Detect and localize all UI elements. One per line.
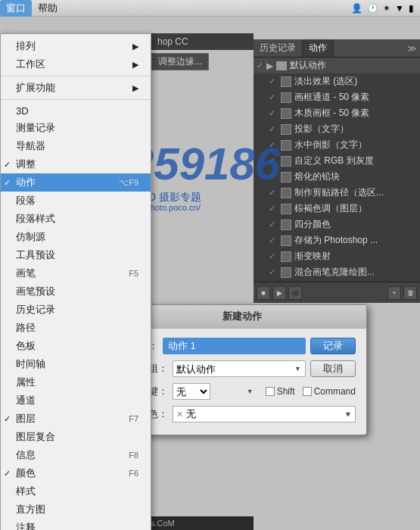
menu-properties[interactable]: 属性	[1, 373, 151, 391]
tab-actions[interactable]: 动作	[303, 39, 334, 57]
color-value-display: 无	[186, 407, 196, 421]
tab-history[interactable]: 历史记录	[254, 39, 303, 57]
name-input[interactable]	[163, 338, 306, 354]
new-action-dialog: 新建动作 名称： 记录 组： 默认动作 取消	[117, 304, 367, 435]
separator-1	[1, 76, 151, 76]
delete-action-button[interactable]: 🗑	[403, 286, 417, 300]
group-select-wrapper: 默认动作	[173, 360, 306, 377]
color-select-wrapper: ✕ 无 ▼	[173, 406, 356, 422]
record-button[interactable]: 记录	[310, 338, 356, 354]
action-item-11[interactable]: ✓ 渐变映射	[254, 248, 420, 264]
person-icon: 👤	[351, 3, 362, 14]
action-icon-4	[281, 140, 291, 151]
action-item-0[interactable]: ✓ 淡出效果 (选区)	[254, 73, 420, 89]
menu-layer-comps[interactable]: 图层复合	[1, 428, 151, 446]
color-x-icon: ✕	[176, 410, 183, 419]
menu-tool-presets[interactable]: 工具预设	[1, 246, 151, 264]
menu-actions[interactable]: 动作 ⌥F9	[1, 173, 151, 192]
checkmark-icon: ✓	[257, 61, 263, 70]
action-icon-7	[281, 188, 291, 198]
menu-arrange[interactable]: 排列 ▶	[1, 37, 151, 55]
action-label-2: 木质画框 - 50 像素	[294, 107, 369, 120]
shift-checkbox[interactable]	[266, 387, 275, 396]
cancel-button[interactable]: 取消	[310, 360, 356, 377]
shift-label: Shift	[277, 386, 295, 397]
name-row: 名称： 记录	[129, 338, 356, 354]
actions-group-header[interactable]: ✓ ▶ 默认动作	[254, 58, 420, 73]
action-item-8[interactable]: ✓ 棕褐色调（图层）	[254, 201, 420, 217]
menu-paths[interactable]: 路径	[1, 319, 151, 337]
group-select[interactable]: 默认动作	[173, 360, 306, 377]
app-window: hop CC 调整边缘... 排列 ▶ 工作区 ▶ 扩展功能 ▶ 3D 测量记录…	[0, 17, 420, 530]
group-folder-icon: ▶	[266, 61, 273, 71]
menu-workspace[interactable]: 工作区 ▶	[1, 55, 151, 73]
menu-info[interactable]: 信息 F8	[1, 446, 151, 464]
panel-menu-icon[interactable]: ≫	[407, 43, 417, 54]
separator-2	[1, 99, 151, 100]
menu-swatches[interactable]: 色板	[1, 337, 151, 355]
menu-clone-source[interactable]: 仿制源	[1, 228, 151, 246]
stop-button[interactable]: ■	[257, 286, 270, 300]
action-label-8: 棕褐色调（图层）	[294, 202, 367, 215]
menu-adjustments[interactable]: 调整	[1, 155, 151, 173]
menu-brush-presets[interactable]: 画笔预设	[1, 282, 151, 301]
menu-history[interactable]: 历史记录	[1, 301, 151, 319]
function-key-select[interactable]: 无	[173, 383, 210, 400]
panel-toolbar: ■ ▶ ⚫ + 🗑	[254, 282, 420, 303]
menu-extensions[interactable]: 扩展功能 ▶	[1, 79, 151, 97]
system-menu-help[interactable]: 帮助	[32, 0, 64, 17]
menu-paragraph[interactable]: 段落	[1, 192, 151, 210]
dialog-body: 名称： 记录 组： 默认动作 取消 功能键：	[118, 329, 366, 435]
menu-notes[interactable]: 注释	[1, 519, 151, 530]
action-icon-11	[281, 251, 291, 262]
shift-checkbox-group: Shift	[266, 386, 295, 397]
action-icon-9	[281, 220, 291, 230]
menu-styles[interactable]: 样式	[1, 482, 151, 500]
menu-3d[interactable]: 3D	[1, 102, 151, 119]
command-checkbox[interactable]	[303, 387, 312, 396]
menu-paragraph-styles[interactable]: 段落样式	[1, 210, 151, 228]
check-12: ✓	[269, 267, 278, 277]
action-label-12: 混合画笔克隆绘图...	[294, 266, 375, 279]
record-button[interactable]: ⚫	[288, 286, 302, 300]
system-menu-window[interactable]: 窗口	[0, 0, 32, 17]
window-dropdown-menu: 排列 ▶ 工作区 ▶ 扩展功能 ▶ 3D 测量记录 导航器 调整 动作 ⌥F9	[0, 33, 151, 530]
adjust-edge-button[interactable]: 调整边缘...	[151, 53, 209, 70]
menu-navigator[interactable]: 导航器	[1, 137, 151, 155]
menu-layers[interactable]: 图层 F7	[1, 410, 151, 428]
check-3: ✓	[269, 124, 278, 134]
color-row: 颜色： ✕ 无 ▼	[129, 406, 356, 422]
action-item-10[interactable]: ✓ 存储为 Photoshop ...	[254, 232, 420, 248]
action-item-2[interactable]: ✓ 木质画框 - 50 像素	[254, 105, 420, 121]
new-action-button[interactable]: +	[387, 286, 401, 300]
action-label-10: 存储为 Photoshop ...	[294, 234, 378, 247]
menu-measure[interactable]: 测量记录	[1, 119, 151, 137]
group-name: 默认动作	[290, 59, 326, 72]
action-icon-5	[281, 156, 291, 167]
panel-tabs: 历史记录 动作 ≫	[254, 39, 420, 58]
check-2: ✓	[269, 108, 278, 118]
menu-histogram[interactable]: 直方图	[1, 500, 151, 519]
action-label-9: 四分颜色	[294, 218, 331, 231]
check-11: ✓	[269, 251, 278, 261]
action-item-12[interactable]: ✓ 混合画笔克隆绘图...	[254, 264, 420, 280]
action-label-0: 淡出效果 (选区)	[294, 75, 357, 88]
play-button[interactable]: ▶	[272, 286, 286, 300]
action-item-3[interactable]: ✓ 投影（文字）	[254, 121, 420, 137]
check-9: ✓	[269, 220, 278, 229]
clock-icon: 🕐	[367, 3, 378, 14]
action-label-5: 自定义 RGB 到灰度	[294, 154, 374, 167]
action-icon-12	[281, 267, 291, 278]
action-item-9[interactable]: ✓ 四分颜色	[254, 217, 420, 232]
menu-channels[interactable]: 通道	[1, 391, 151, 410]
action-label-1: 画框通道 - 50 像素	[294, 91, 369, 104]
menu-color[interactable]: 颜色 F6	[1, 464, 151, 482]
action-item-1[interactable]: ✓ 画框通道 - 50 像素	[254, 89, 420, 105]
system-icons: 👤 🕐 ✴ ▼ ▮	[351, 3, 420, 14]
menu-timeline[interactable]: 时间轴	[1, 355, 151, 373]
check-1: ✓	[269, 92, 278, 102]
check-10: ✓	[269, 235, 278, 245]
menu-brush[interactable]: 画笔 F5	[1, 264, 151, 282]
color-select-display[interactable]: ✕ 无 ▼	[173, 406, 356, 422]
action-icon-2	[281, 108, 291, 119]
